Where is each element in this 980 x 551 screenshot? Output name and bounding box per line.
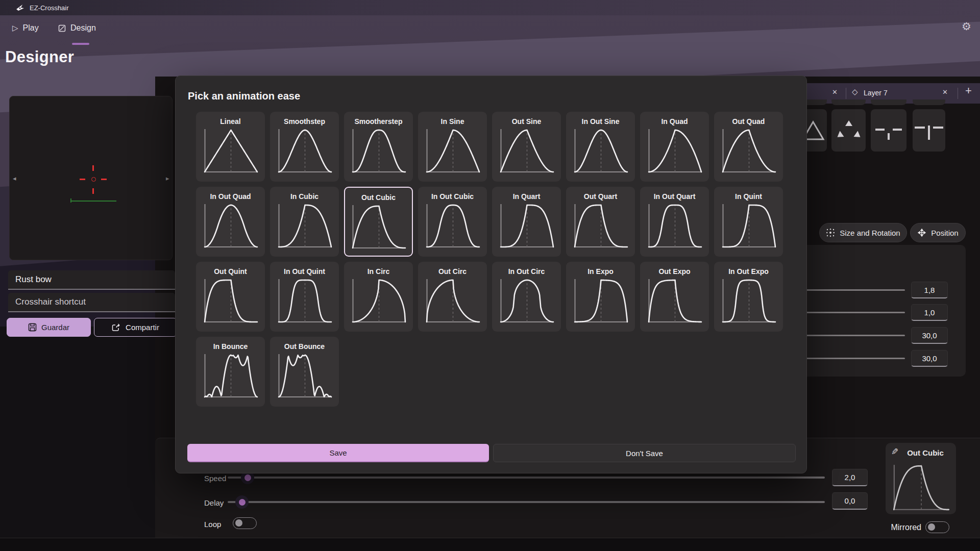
ease-curve-graph — [498, 277, 555, 324]
delay-slider-thumb[interactable] — [239, 499, 246, 506]
save-crosshair-button[interactable]: Guardar — [7, 318, 91, 337]
current-ease-card[interactable]: ✎ Out Cubic — [886, 443, 956, 514]
shape-preset-t-short[interactable] — [871, 109, 906, 152]
speed-value-box[interactable]: 2,0 — [832, 469, 868, 486]
ease-option[interactable]: Out Circ — [418, 262, 487, 332]
ease-curve-graph — [646, 127, 703, 174]
ease-option-label: In Expo — [566, 267, 635, 276]
tab-divider — [846, 88, 846, 99]
crosshair-shortcut-input[interactable] — [8, 293, 175, 312]
ease-option[interactable]: In Bounce — [196, 337, 265, 407]
ease-grid: Lineal Smoothstep Smootherstep In Sine — [196, 112, 783, 407]
ease-curve-graph — [720, 202, 777, 249]
crosshair-bottom-dash — [92, 188, 94, 194]
preview-next-button[interactable]: ▸ — [166, 174, 169, 182]
add-layer-icon[interactable]: + — [965, 84, 972, 97]
ease-option[interactable]: In Quint — [714, 187, 783, 257]
ease-option[interactable]: Smootherstep — [344, 112, 413, 182]
size-rotation-tab[interactable]: Size and Rotation — [819, 223, 907, 242]
ease-option[interactable]: In Cubic — [270, 187, 339, 257]
size-value-box[interactable]: 1,0 — [911, 304, 948, 321]
ease-option[interactable]: Out Quad — [714, 112, 783, 182]
loop-toggle[interactable] — [233, 517, 257, 529]
ease-option[interactable]: In Out Quint — [270, 262, 339, 332]
ease-curve-graph — [350, 277, 407, 324]
shape-preset-t-long[interactable] — [913, 109, 945, 152]
crosshair-name-input[interactable] — [8, 270, 175, 290]
speed-label: Speed — [204, 474, 226, 483]
crosshair-center-circle — [91, 177, 96, 182]
ease-option-label: In Circ — [344, 267, 413, 276]
delay-value-box[interactable]: 0,0 — [832, 492, 868, 510]
save-button[interactable]: Save — [187, 444, 489, 462]
ease-option[interactable]: Out Sine — [492, 112, 561, 182]
crosshair-top-dash — [92, 165, 94, 171]
ease-option[interactable]: In Out Cubic — [418, 187, 487, 257]
ease-option[interactable]: Out Quint — [196, 262, 265, 332]
ease-option-label: Smootherstep — [344, 117, 413, 126]
layer-tab[interactable]: Layer 7 — [864, 89, 888, 97]
size-slider[interactable] — [796, 312, 905, 313]
design-icon — [58, 24, 66, 32]
ease-option[interactable]: Out Bounce — [270, 337, 339, 407]
ease-option[interactable]: In Out Circ — [492, 262, 561, 332]
ease-option[interactable]: Out Cubic — [344, 187, 413, 257]
ease-option[interactable]: In Quart — [492, 187, 561, 257]
floppy-icon — [28, 323, 37, 332]
ease-option[interactable]: Out Quart — [566, 187, 635, 257]
dont-save-button[interactable]: Don't Save — [493, 444, 796, 462]
ease-option-label: In Out Cubic — [418, 192, 487, 201]
size-slider[interactable] — [796, 358, 905, 359]
ease-option[interactable]: In Out Quart — [640, 187, 709, 257]
spread-arrows-icon — [835, 118, 863, 143]
close-hidden-tab-icon[interactable]: ✕ — [832, 88, 838, 96]
mirrored-toggle[interactable] — [925, 521, 949, 533]
ease-option[interactable]: In Out Quad — [196, 187, 265, 257]
ease-curve-graph — [424, 127, 481, 174]
size-value-box[interactable]: 30,0 — [911, 350, 948, 367]
app-logo-icon — [15, 4, 26, 12]
shape-card-clipped — [913, 99, 945, 105]
preview-prev-button[interactable]: ◂ — [13, 174, 16, 182]
ease-option-label: Out Quart — [566, 192, 635, 201]
ease-option-label: Out Circ — [418, 267, 487, 276]
ease-option[interactable]: In Circ — [344, 262, 413, 332]
crosshair-green-line — [70, 201, 116, 202]
tab-design[interactable]: Design — [58, 23, 96, 33]
ease-curve-graph — [720, 277, 777, 324]
ease-option-label: Out Quad — [714, 117, 783, 126]
speed-slider-thumb[interactable] — [244, 474, 251, 481]
ease-curve-graph — [350, 127, 407, 174]
share-icon — [112, 323, 121, 332]
ease-curve-graph — [350, 203, 407, 250]
share-crosshair-button[interactable]: Compartir — [94, 318, 177, 337]
speed-slider[interactable] — [228, 477, 825, 479]
ease-option[interactable]: In Expo — [566, 262, 635, 332]
size-slider[interactable] — [796, 335, 905, 336]
ease-option-label: Smoothstep — [270, 117, 339, 126]
ease-picker-dialog: Pick an animation ease Lineal Smoothstep… — [175, 76, 807, 473]
close-layer-tab-icon[interactable]: ✕ — [942, 88, 948, 96]
position-tab[interactable]: Position — [910, 223, 966, 242]
toggle-knob — [235, 519, 242, 527]
ease-option[interactable]: Lineal — [196, 112, 265, 182]
position-label: Position — [931, 229, 958, 237]
ease-option[interactable]: In Out Expo — [714, 262, 783, 332]
crosshair-right-dash — [101, 179, 107, 180]
settings-gear-icon[interactable]: ⚙ — [962, 20, 971, 33]
ease-curve-graph — [720, 127, 777, 174]
ease-curve-graph — [276, 127, 333, 174]
ease-option[interactable]: In Quad — [640, 112, 709, 182]
size-value-box[interactable]: 30,0 — [911, 327, 948, 344]
tab-play[interactable]: ▷ Play — [12, 23, 39, 33]
ease-option-label: In Out Quart — [640, 192, 709, 201]
delay-slider[interactable] — [228, 501, 825, 503]
ease-option[interactable]: In Out Sine — [566, 112, 635, 182]
ease-option[interactable]: In Sine — [418, 112, 487, 182]
shape-preset-spread-arrows[interactable] — [831, 109, 866, 152]
ease-option[interactable]: Smoothstep — [270, 112, 339, 182]
size-slider[interactable] — [796, 289, 905, 291]
share-crosshair-label: Compartir — [126, 323, 159, 332]
ease-option[interactable]: Out Expo — [640, 262, 709, 332]
size-value-box[interactable]: 1,8 — [911, 282, 948, 298]
